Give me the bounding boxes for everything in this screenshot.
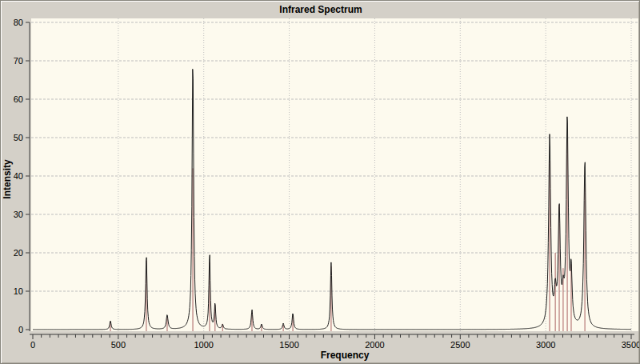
y-tick-label: 0 — [18, 325, 23, 334]
y-tick-label: 30 — [14, 210, 23, 219]
x-tick-label: 500 — [111, 340, 126, 350]
x-tick-label: 2000 — [365, 340, 384, 350]
x-tick-label: 3000 — [536, 340, 555, 350]
y-tick-label: 10 — [14, 286, 23, 296]
x-tick-label: 2500 — [450, 340, 470, 350]
x-tick-label: 0 — [30, 340, 35, 350]
y-tick-label: 60 — [14, 94, 23, 104]
x-tick-label: 1000 — [194, 340, 213, 350]
spectrum-plot-canvas: 0102030405060708005001000150020002500300… — [1, 1, 640, 364]
x-tick-label: 1500 — [279, 340, 298, 350]
y-tick-label: 80 — [14, 18, 23, 27]
spectrum-viewer-window: Infrared Spectrum 0102030405060708005001… — [0, 0, 640, 364]
y-tick-label: 20 — [14, 248, 23, 258]
y-tick-label: 40 — [14, 171, 23, 181]
y-tick-label: 70 — [14, 56, 23, 66]
x-axis-label: Frequency — [321, 350, 370, 361]
y-axis-label: Intensity — [2, 151, 13, 207]
y-tick-label: 50 — [14, 133, 23, 142]
x-tick-label: 3500 — [622, 340, 640, 350]
